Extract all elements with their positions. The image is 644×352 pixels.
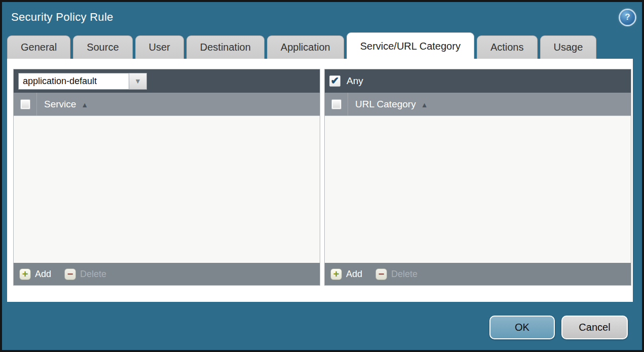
any-label: Any — [347, 75, 363, 87]
url-add-button[interactable]: + Add — [330, 268, 362, 280]
tab-service-url-category[interactable]: Service/URL Category — [347, 32, 474, 59]
check-icon: ✔ — [331, 75, 339, 86]
url-footer: + Add − Delete — [325, 263, 631, 285]
plus-icon: + — [19, 268, 31, 280]
sort-asc-icon: ▲ — [421, 101, 428, 108]
service-column-header[interactable]: Service ▲ — [37, 99, 88, 110]
service-dropdown-button[interactable]: ▼ — [129, 73, 147, 90]
service-type-combobox: ▼ — [18, 73, 147, 90]
service-footer: + Add − Delete — [14, 263, 320, 285]
url-select-all-cell — [325, 93, 348, 115]
service-delete-label: Delete — [80, 269, 106, 280]
tab-destination[interactable]: Destination — [186, 35, 264, 59]
dialog-content: ▼ Service ▲ + Add − — [7, 59, 633, 302]
any-checkbox[interactable]: ✔ — [329, 75, 340, 87]
url-category-panel: ✔ Any URL Category ▲ + Add — [324, 69, 631, 286]
service-select-all-cell — [14, 93, 37, 115]
service-list[interactable] — [14, 116, 320, 263]
security-policy-rule-dialog: Security Policy Rule ? General Source Us… — [0, 0, 644, 352]
url-column-header[interactable]: URL Category ▲ — [348, 99, 428, 110]
url-any-bar: ✔ Any — [325, 69, 631, 93]
tab-usage[interactable]: Usage — [540, 35, 597, 59]
tab-bar: General Source User Destination Applicat… — [2, 32, 642, 59]
tab-actions[interactable]: Actions — [477, 35, 538, 59]
url-delete-button[interactable]: − Delete — [375, 268, 418, 280]
service-dropdown-bar: ▼ — [14, 69, 320, 93]
chevron-down-icon: ▼ — [134, 77, 141, 85]
url-add-label: Add — [346, 269, 362, 280]
url-column-label: URL Category — [355, 99, 416, 110]
dialog-title: Security Policy Rule — [11, 11, 113, 24]
tab-application[interactable]: Application — [267, 35, 344, 59]
ok-button[interactable]: OK — [489, 316, 555, 339]
service-delete-button[interactable]: − Delete — [64, 268, 106, 280]
service-add-button[interactable]: + Add — [19, 268, 51, 280]
minus-icon: − — [375, 268, 387, 280]
service-column-label: Service — [44, 99, 76, 110]
service-table-header: Service ▲ — [14, 93, 320, 116]
minus-icon: − — [64, 268, 76, 280]
service-panel: ▼ Service ▲ + Add − — [13, 69, 320, 286]
url-delete-label: Delete — [391, 269, 418, 280]
url-select-all-checkbox[interactable] — [331, 99, 342, 109]
service-select-all-checkbox[interactable] — [20, 99, 30, 109]
url-category-list[interactable] — [325, 116, 631, 263]
tab-source[interactable]: Source — [73, 35, 132, 59]
help-icon[interactable]: ? — [620, 10, 635, 25]
service-type-input[interactable] — [18, 73, 129, 90]
service-add-label: Add — [35, 269, 51, 280]
dialog-button-row: OK Cancel — [489, 316, 628, 339]
cancel-button[interactable]: Cancel — [561, 316, 628, 339]
titlebar: Security Policy Rule ? — [2, 2, 642, 32]
sort-asc-icon: ▲ — [81, 101, 88, 108]
tab-user[interactable]: User — [135, 35, 184, 59]
tab-general[interactable]: General — [7, 35, 70, 59]
url-table-header: URL Category ▲ — [325, 93, 631, 116]
plus-icon: + — [330, 268, 342, 280]
